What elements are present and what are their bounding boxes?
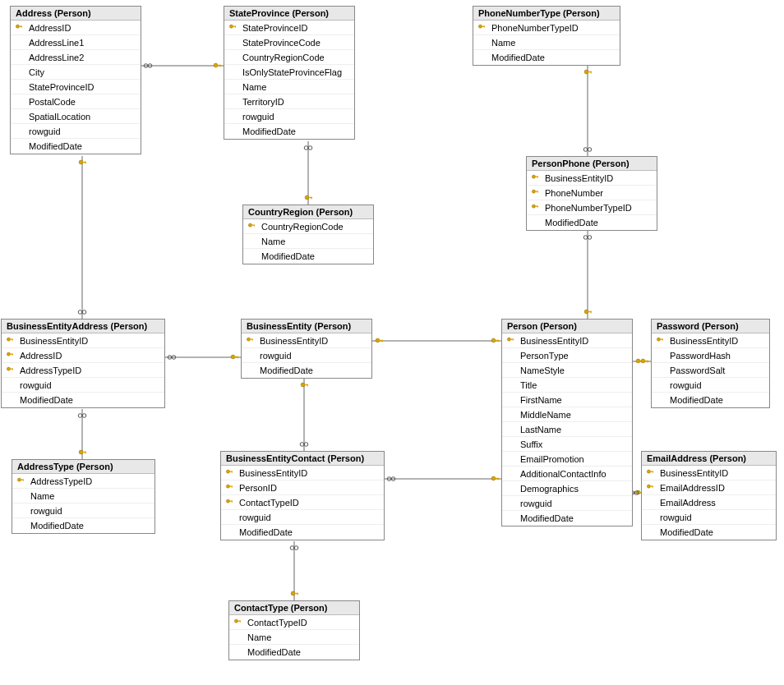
column-row[interactable]: AddressID: [11, 21, 141, 35]
column-row[interactable]: PhoneNumberTypeID: [473, 21, 620, 35]
column-row[interactable]: rowguid: [224, 109, 354, 124]
column-row[interactable]: BusinessEntityID: [527, 171, 657, 186]
entity-header[interactable]: ContactType (Person): [229, 601, 359, 615]
column-row[interactable]: ModifiedDate: [224, 124, 354, 139]
column-row[interactable]: StateProvinceID: [224, 21, 354, 35]
column-row[interactable]: AddressTypeID: [2, 363, 164, 378]
entity-header[interactable]: PersonPhone (Person): [527, 157, 657, 171]
column-row[interactable]: rowguid: [242, 348, 371, 363]
entity-header[interactable]: PhoneNumberType (Person): [473, 7, 620, 21]
column-row[interactable]: rowguid: [12, 503, 154, 518]
column-row[interactable]: Name: [229, 630, 359, 645]
column-row[interactable]: StateProvinceID: [11, 80, 141, 94]
column-row[interactable]: AddressTypeID: [12, 474, 154, 489]
entity-header[interactable]: CountryRegion (Person): [243, 205, 373, 219]
column-row[interactable]: BusinessEntityID: [242, 333, 371, 348]
entity-address[interactable]: Address (Person)AddressIDAddressLine1Add…: [10, 6, 141, 154]
column-row[interactable]: PersonID: [221, 480, 384, 495]
column-row[interactable]: PhoneNumberTypeID: [527, 200, 657, 215]
column-row[interactable]: PostalCode: [11, 94, 141, 109]
column-row[interactable]: ContactTypeID: [229, 615, 359, 630]
column-row[interactable]: BusinessEntityID: [2, 333, 164, 348]
entity-header[interactable]: BusinessEntityContact (Person): [221, 452, 384, 466]
column-row[interactable]: Name: [12, 489, 154, 503]
entity-header[interactable]: EmailAddress (Person): [642, 452, 776, 466]
column-row[interactable]: BusinessEntityID: [642, 466, 776, 480]
column-row[interactable]: ModifiedDate: [243, 249, 373, 264]
column-name: TerritoryID: [239, 97, 284, 107]
entity-emailaddress[interactable]: EmailAddress (Person)BusinessEntityIDEma…: [641, 451, 777, 540]
entity-password[interactable]: Password (Person)BusinessEntityIDPasswor…: [651, 319, 770, 408]
column-row[interactable]: ModifiedDate: [2, 393, 164, 407]
column-row[interactable]: ContactTypeID: [221, 495, 384, 510]
column-row[interactable]: ModifiedDate: [502, 511, 632, 526]
column-name: Demographics: [517, 484, 579, 494]
column-row[interactable]: AdditionalContactInfo: [502, 467, 632, 481]
column-row[interactable]: StateProvinceCode: [224, 35, 354, 50]
column-row[interactable]: CountryRegionCode: [243, 219, 373, 234]
entity-header[interactable]: AddressType (Person): [12, 460, 154, 474]
entity-stateprovince[interactable]: StateProvince (Person)StateProvinceIDSta…: [224, 6, 355, 140]
column-row[interactable]: EmailAddressID: [642, 480, 776, 495]
column-row[interactable]: Name: [224, 80, 354, 94]
svg-rect-35: [85, 452, 86, 454]
column-row[interactable]: BusinessEntityID: [502, 333, 632, 348]
column-row[interactable]: FirstName: [502, 393, 632, 407]
entity-countryregion[interactable]: CountryRegion (Person)CountryRegionCodeN…: [242, 205, 374, 264]
entity-header[interactable]: Password (Person): [652, 320, 769, 333]
column-row[interactable]: ModifiedDate: [527, 215, 657, 230]
column-row[interactable]: PasswordHash: [652, 348, 769, 363]
entity-header[interactable]: StateProvince (Person): [224, 7, 354, 21]
column-row[interactable]: Name: [243, 234, 373, 249]
entity-personphone[interactable]: PersonPhone (Person)BusinessEntityIDPhon…: [526, 156, 657, 231]
column-row[interactable]: AddressLine1: [11, 35, 141, 50]
column-row[interactable]: rowguid: [2, 378, 164, 393]
column-row[interactable]: Demographics: [502, 481, 632, 496]
column-row[interactable]: BusinessEntityID: [652, 333, 769, 348]
column-name: ModifiedDate: [258, 251, 315, 261]
column-row[interactable]: ModifiedDate: [242, 363, 371, 378]
column-row[interactable]: ModifiedDate: [221, 525, 384, 540]
column-row[interactable]: rowguid: [221, 510, 384, 525]
column-row[interactable]: EmailPromotion: [502, 452, 632, 467]
column-row[interactable]: ModifiedDate: [642, 525, 776, 540]
column-row[interactable]: NameStyle: [502, 363, 632, 378]
entity-businessentity[interactable]: BusinessEntity (Person)BusinessEntityIDr…: [241, 319, 372, 379]
column-row[interactable]: PasswordSalt: [652, 363, 769, 378]
column-row[interactable]: Suffix: [502, 437, 632, 452]
entity-person[interactable]: Person (Person)BusinessEntityIDPersonTyp…: [501, 319, 633, 526]
column-row[interactable]: BusinessEntityID: [221, 466, 384, 480]
column-row[interactable]: ModifiedDate: [11, 139, 141, 154]
entity-phonenumbertype[interactable]: PhoneNumberType (Person)PhoneNumberTypeI…: [473, 6, 620, 66]
column-row[interactable]: LastName: [502, 422, 632, 437]
column-row[interactable]: rowguid: [642, 510, 776, 525]
column-row[interactable]: City: [11, 65, 141, 80]
entity-header[interactable]: BusinessEntityAddress (Person): [2, 320, 164, 333]
column-row[interactable]: EmailAddress: [642, 495, 776, 510]
column-row[interactable]: AddressLine2: [11, 50, 141, 65]
entity-businessentityaddress[interactable]: BusinessEntityAddress (Person)BusinessEn…: [1, 319, 165, 408]
column-row[interactable]: ModifiedDate: [12, 518, 154, 533]
column-row[interactable]: CountryRegionCode: [224, 50, 354, 65]
column-row[interactable]: ModifiedDate: [229, 645, 359, 660]
column-row[interactable]: ModifiedDate: [473, 50, 620, 65]
entity-header[interactable]: Person (Person): [502, 320, 632, 333]
column-row[interactable]: rowguid: [652, 378, 769, 393]
entity-businessentitycontact[interactable]: BusinessEntityContact (Person)BusinessEn…: [220, 451, 385, 540]
entity-header[interactable]: BusinessEntity (Person): [242, 320, 371, 333]
column-row[interactable]: IsOnlyStateProvinceFlag: [224, 65, 354, 80]
column-row[interactable]: ModifiedDate: [652, 393, 769, 407]
column-row[interactable]: PhoneNumber: [527, 186, 657, 200]
column-row[interactable]: PersonType: [502, 348, 632, 363]
column-row[interactable]: AddressID: [2, 348, 164, 363]
entity-contacttype[interactable]: ContactType (Person)ContactTypeIDNameMod…: [228, 600, 360, 660]
entity-header[interactable]: Address (Person): [11, 7, 141, 21]
column-row[interactable]: TerritoryID: [224, 94, 354, 109]
column-row[interactable]: rowguid: [502, 496, 632, 511]
column-row[interactable]: Name: [473, 35, 620, 50]
column-row[interactable]: Title: [502, 378, 632, 393]
entity-addresstype[interactable]: AddressType (Person)AddressTypeIDNamerow…: [12, 459, 155, 534]
column-row[interactable]: MiddleName: [502, 407, 632, 422]
column-row[interactable]: rowguid: [11, 124, 141, 139]
column-row[interactable]: SpatialLocation: [11, 109, 141, 124]
